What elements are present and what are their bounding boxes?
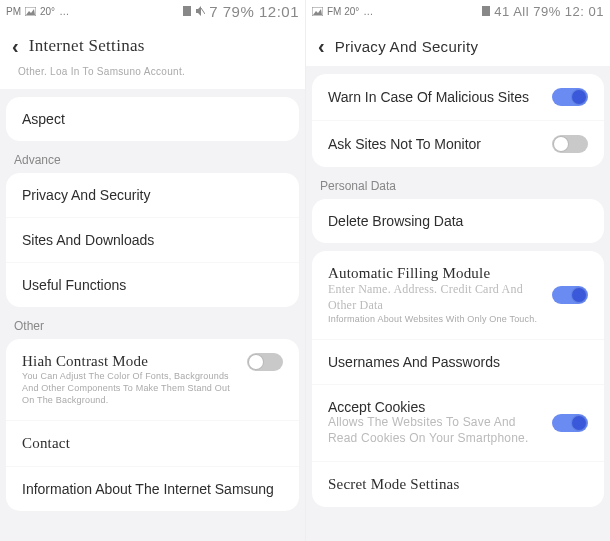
delete-data-label: Delete Browsing Data xyxy=(328,213,463,229)
advance-card: Privacy And Security Sites And Downloads… xyxy=(6,173,299,307)
high-contrast-row[interactable]: Hiah Contrast Mode You Can Adjust The Co… xyxy=(6,339,299,420)
high-contrast-toggle[interactable] xyxy=(247,353,283,371)
warn-malicious-label: Warn In Case Of Malicious Sites xyxy=(328,89,529,105)
screen-internet-settings: PM 20° … 7 79% 12:01 ‹ Internet Settinas… xyxy=(0,0,305,541)
login-hint[interactable]: Other. Loa In To Samsuno Account. xyxy=(0,66,305,89)
cookies-toggle[interactable] xyxy=(552,414,588,432)
status-right-text: 41 All 79% 12: 01 xyxy=(494,4,604,19)
useful-functions-label: Useful Functions xyxy=(22,277,126,293)
cookies-title: Accept Cookies xyxy=(328,399,540,415)
status-right-text: 7 79% 12:01 xyxy=(209,3,299,20)
section-other: Other xyxy=(0,307,305,339)
image-icon xyxy=(25,7,36,16)
useful-functions-row[interactable]: Useful Functions xyxy=(6,262,299,307)
section-personal-data: Personal Data xyxy=(306,167,610,199)
status-ellipsis: … xyxy=(59,6,69,17)
autofill-toggle[interactable] xyxy=(552,286,588,304)
page-header: ‹ Internet Settinas xyxy=(0,22,305,66)
warn-malicious-toggle[interactable] xyxy=(552,88,588,106)
do-not-track-row[interactable]: Ask Sites Not To Monitor xyxy=(312,120,604,167)
high-contrast-desc: You Can Adjust The Color Of Fonts, Backg… xyxy=(22,370,235,406)
status-bar: PM 20° … 7 79% 12:01 xyxy=(0,0,305,22)
sites-downloads-label: Sites And Downloads xyxy=(22,232,154,248)
status-temp: 20° xyxy=(40,6,55,17)
aspect-card: Aspect xyxy=(6,97,299,141)
battery-icon xyxy=(482,6,490,16)
back-icon[interactable]: ‹ xyxy=(12,36,19,56)
screen-privacy-security: FM 20° … 41 All 79% 12: 01 ‹ Privacy And… xyxy=(305,0,610,541)
other-card: Hiah Contrast Mode You Can Adjust The Co… xyxy=(6,339,299,511)
do-not-track-label: Ask Sites Not To Monitor xyxy=(328,136,481,152)
svg-rect-2 xyxy=(183,6,191,16)
do-not-track-toggle[interactable] xyxy=(552,135,588,153)
personal-card-1: Delete Browsing Data xyxy=(312,199,604,243)
svg-marker-5 xyxy=(313,9,322,15)
page-title: Internet Settinas xyxy=(29,36,145,56)
warn-malicious-row[interactable]: Warn In Case Of Malicious Sites xyxy=(312,74,604,120)
aspect-label: Aspect xyxy=(22,111,65,127)
contact-row[interactable]: Contact xyxy=(6,420,299,466)
status-bar: FM 20° … 41 All 79% 12: 01 xyxy=(306,0,610,22)
section-advance: Advance xyxy=(0,141,305,173)
status-pm: PM xyxy=(6,6,21,17)
privacy-security-label: Privacy And Security xyxy=(22,187,150,203)
status-ellipsis: … xyxy=(363,6,373,17)
about-row[interactable]: Information About The Internet Samsung xyxy=(6,466,299,511)
contact-label: Contact xyxy=(22,435,70,452)
about-label: Information About The Internet Samsung xyxy=(22,481,274,497)
svg-marker-1 xyxy=(26,9,35,15)
usernames-passwords-label: Usernames And Passwords xyxy=(328,354,500,370)
privacy-security-row[interactable]: Privacy And Security xyxy=(6,173,299,217)
status-label: FM 20° xyxy=(327,6,359,17)
svg-rect-6 xyxy=(482,6,490,16)
battery-icon xyxy=(183,6,191,16)
autofill-desc1: Enter Name. Address. Credit Card And Oth… xyxy=(328,282,540,313)
usernames-passwords-row[interactable]: Usernames And Passwords xyxy=(312,339,604,384)
sites-downloads-row[interactable]: Sites And Downloads xyxy=(6,217,299,262)
aspect-row[interactable]: Aspect xyxy=(6,97,299,141)
security-card: Warn In Case Of Malicious Sites Ask Site… xyxy=(312,74,604,167)
secret-mode-row[interactable]: Secret Mode Settinas xyxy=(312,461,604,507)
cookies-row[interactable]: Accept Cookies Allows The Websites To Sa… xyxy=(312,384,604,460)
cookies-desc: Allows The Websites To Save And Read Coo… xyxy=(328,415,540,446)
delete-data-row[interactable]: Delete Browsing Data xyxy=(312,199,604,243)
mute-icon xyxy=(195,6,205,16)
image-icon xyxy=(312,7,323,16)
svg-line-3 xyxy=(201,8,205,14)
personal-card-2: Automatic Filling Module Enter Name. Add… xyxy=(312,251,604,507)
page-header: ‹ Privacy And Security xyxy=(306,22,610,66)
back-icon[interactable]: ‹ xyxy=(318,36,325,56)
autofill-row[interactable]: Automatic Filling Module Enter Name. Add… xyxy=(312,251,604,339)
high-contrast-title: Hiah Contrast Mode xyxy=(22,353,235,370)
secret-mode-label: Secret Mode Settinas xyxy=(328,476,459,493)
autofill-title: Automatic Filling Module xyxy=(328,265,540,282)
autofill-desc2: Information About Websites With Only One… xyxy=(328,313,540,325)
page-title: Privacy And Security xyxy=(335,38,479,55)
